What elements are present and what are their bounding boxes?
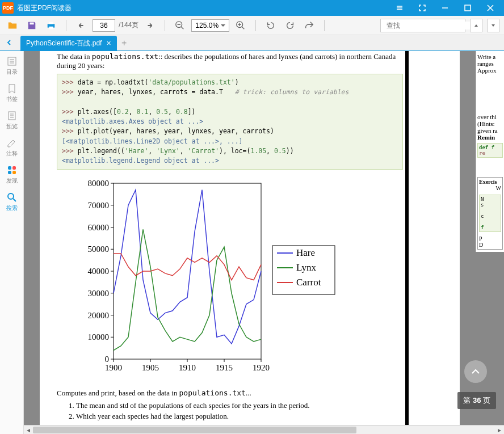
scrollbar-thumb[interactable] bbox=[33, 427, 356, 433]
close-icon[interactable] bbox=[479, 0, 502, 16]
sidebar-discover[interactable]: 发现 bbox=[2, 165, 22, 185]
page-number-input[interactable] bbox=[93, 19, 115, 32]
svg-point-14 bbox=[8, 193, 14, 199]
new-tab-icon[interactable]: + bbox=[117, 36, 132, 50]
sidebar-annotate[interactable]: 注释 bbox=[2, 137, 22, 158]
app-title: 看图王PDF阅读器 bbox=[17, 3, 388, 13]
pdf-viewer[interactable]: The data in populations.txt:: describes … bbox=[24, 51, 504, 434]
app-logo: PDF bbox=[2, 2, 14, 14]
svg-text:20000: 20000 bbox=[88, 311, 110, 320]
svg-rect-15 bbox=[114, 183, 261, 359]
svg-text:1915: 1915 bbox=[216, 363, 233, 372]
tab-document[interactable]: PythonScientific-百战.pdf × bbox=[20, 36, 117, 50]
svg-text:0: 0 bbox=[105, 355, 110, 364]
rotate-right-icon[interactable] bbox=[282, 18, 298, 33]
sidebar-catalog[interactable]: 目录 bbox=[2, 56, 22, 76]
search-input[interactable] bbox=[387, 22, 472, 30]
svg-rect-13 bbox=[12, 171, 16, 174]
svg-text:50000: 50000 bbox=[88, 245, 110, 254]
prev-page-icon[interactable] bbox=[73, 18, 89, 33]
sidebar-bookmark[interactable]: 书签 bbox=[2, 83, 22, 103]
code-block: >>> data = np.loadtxt('data/populations.… bbox=[57, 74, 403, 170]
maximize-icon[interactable] bbox=[456, 0, 479, 16]
tab-back-icon[interactable] bbox=[0, 35, 18, 50]
task-item: Which year each species had the largest … bbox=[76, 411, 403, 422]
svg-rect-1 bbox=[30, 22, 33, 24]
svg-text:10000: 10000 bbox=[88, 333, 110, 342]
search-next-icon[interactable] bbox=[487, 19, 499, 32]
svg-text:1905: 1905 bbox=[142, 363, 159, 372]
svg-text:30000: 30000 bbox=[88, 289, 110, 298]
svg-rect-12 bbox=[8, 171, 11, 174]
rotate-left-icon[interactable] bbox=[263, 18, 279, 33]
fullscreen-icon[interactable] bbox=[411, 0, 434, 16]
svg-text:1900: 1900 bbox=[105, 363, 122, 372]
sidebar-search[interactable]: 搜索 bbox=[2, 192, 22, 212]
tabstrip: PythonScientific-百战.pdf × + bbox=[0, 35, 504, 51]
svg-text:Lynx: Lynx bbox=[296, 262, 316, 273]
pdf-page: The data in populations.txt:: describes … bbox=[40, 51, 460, 434]
zoom-out-icon[interactable] bbox=[172, 18, 188, 33]
open-file-icon[interactable] bbox=[5, 18, 20, 33]
search-box[interactable] bbox=[380, 19, 465, 32]
svg-text:1920: 1920 bbox=[253, 363, 270, 372]
toolbar: /144页 125.0% bbox=[0, 16, 504, 35]
zoom-in-icon[interactable] bbox=[233, 18, 249, 33]
titlebar: PDF 看图王PDF阅读器 bbox=[0, 0, 504, 16]
menu-icon[interactable] bbox=[388, 0, 411, 16]
svg-rect-11 bbox=[12, 166, 16, 170]
horizontal-scrollbar[interactable]: ◂ ▸ bbox=[24, 425, 504, 434]
tab-label: PythonScientific-百战.pdf bbox=[26, 39, 102, 48]
save-icon[interactable] bbox=[24, 18, 40, 33]
svg-text:60000: 60000 bbox=[88, 223, 110, 232]
svg-text:40000: 40000 bbox=[88, 267, 110, 276]
search-prev-icon[interactable] bbox=[470, 19, 482, 32]
next-page-icon[interactable] bbox=[142, 18, 158, 33]
svg-rect-10 bbox=[8, 166, 11, 170]
scroll-left-icon[interactable]: ◂ bbox=[24, 425, 33, 435]
svg-text:1910: 1910 bbox=[179, 363, 196, 372]
svg-rect-4 bbox=[49, 26, 53, 29]
share-icon[interactable] bbox=[301, 18, 317, 33]
adjacent-page-sliver: Write a ranges Approx over thi (Hints: g… bbox=[476, 51, 504, 252]
minimize-icon[interactable] bbox=[434, 0, 456, 16]
population-chart: 0100002000030000400005000060000700008000… bbox=[74, 178, 346, 382]
svg-rect-3 bbox=[49, 22, 53, 24]
svg-text:Hare: Hare bbox=[296, 247, 315, 258]
page-total-label: /144页 bbox=[119, 20, 138, 30]
svg-text:80000: 80000 bbox=[88, 179, 110, 188]
intro-text: The data in populations.txt:: describes … bbox=[57, 51, 403, 70]
scroll-right-icon[interactable]: ▸ bbox=[495, 425, 504, 435]
print-icon[interactable] bbox=[43, 18, 59, 33]
task-item: The mean and std of the populations of e… bbox=[76, 400, 403, 411]
sidebar-preview[interactable]: 预览 bbox=[2, 110, 22, 130]
svg-rect-0 bbox=[465, 5, 471, 11]
svg-text:70000: 70000 bbox=[88, 201, 110, 210]
svg-text:Carrot: Carrot bbox=[296, 277, 321, 288]
scroll-to-top-button[interactable] bbox=[464, 360, 487, 383]
page-indicator-badge: 第 36 页 bbox=[457, 392, 496, 409]
sidebar: 目录 书签 预览 注释 发现 搜索 bbox=[0, 51, 24, 434]
zoom-select[interactable]: 125.0% bbox=[191, 19, 229, 32]
tab-close-icon[interactable]: × bbox=[106, 39, 111, 48]
